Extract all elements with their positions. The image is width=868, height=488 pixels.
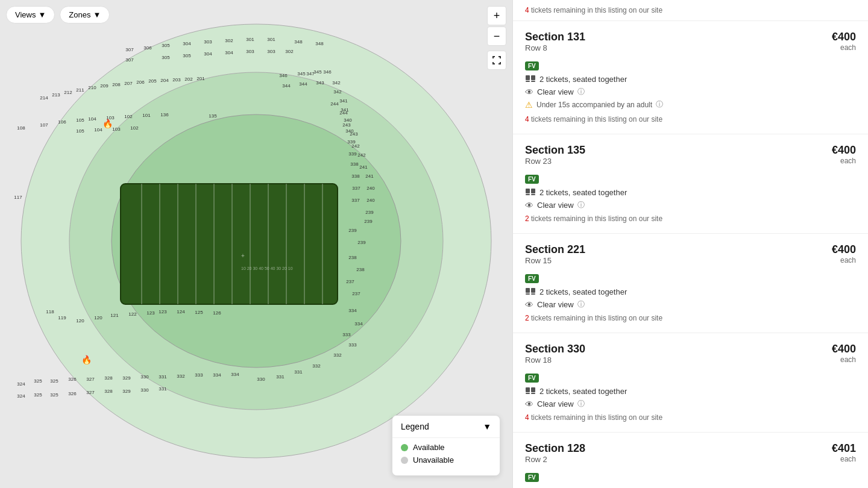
seat-icon <box>525 386 536 396</box>
top-remaining-count: 4 tickets remaining in this listing on o… <box>525 6 662 14</box>
info-icon[interactable]: ⓘ <box>577 87 585 97</box>
svg-text:343: 343 <box>316 80 324 86</box>
svg-text:117: 117 <box>14 195 22 200</box>
tickets-text: 2 tickets, seated together <box>539 387 627 396</box>
svg-text:213: 213 <box>52 92 60 98</box>
svg-text:103: 103 <box>112 127 121 132</box>
svg-rect-147 <box>531 75 535 80</box>
svg-text:333: 333 <box>348 342 357 348</box>
section-135-title: Section 135 <box>525 144 585 157</box>
listing-card-128: Section 128 Row 2 €401 each FV <box>513 433 868 488</box>
svg-text:344: 344 <box>282 83 291 89</box>
section-330-title: Section 330 <box>525 343 585 355</box>
svg-text:346: 346 <box>323 69 332 75</box>
price-amount: €401 <box>832 442 856 454</box>
eye-icon: 👁 <box>525 399 533 409</box>
svg-text:330: 330 <box>140 374 149 380</box>
each-label: each <box>832 455 856 463</box>
svg-text:244: 244 <box>330 101 339 107</box>
zones-button[interactable]: Zones ▼ <box>60 6 110 23</box>
ticket-info-221: 2 tickets, seated together <box>525 287 856 297</box>
svg-text:119: 119 <box>58 315 66 321</box>
views-button[interactable]: Views ▼ <box>6 6 55 23</box>
svg-rect-155 <box>531 288 535 293</box>
listing-header-131: Section 131 Row 8 €400 each <box>525 31 856 57</box>
remaining-330: 4 tickets remaining in this listing on o… <box>525 411 856 422</box>
fv-badge: FV <box>525 274 539 283</box>
info-icon[interactable]: ⓘ <box>577 299 585 310</box>
svg-text:204: 204 <box>160 78 169 83</box>
legend-title: Legend <box>401 422 429 431</box>
svg-text:125: 125 <box>195 310 203 315</box>
info-icon[interactable]: ⓘ <box>577 399 585 409</box>
svg-text:348: 348 <box>315 41 324 46</box>
listing-header-330: Section 330 Row 18 €400 each <box>525 343 856 369</box>
svg-rect-149 <box>531 81 535 82</box>
clear-view-text: Clear view <box>537 201 574 210</box>
price-amount: €400 <box>832 243 856 255</box>
svg-text:340: 340 <box>344 117 352 123</box>
remaining-count: 2 tickets remaining in this listing on o… <box>525 214 662 223</box>
svg-text:334: 334 <box>348 308 357 313</box>
ticket-info-330: 2 tickets, seated together <box>525 386 856 396</box>
svg-text:208: 208 <box>112 82 121 87</box>
svg-text:307: 307 <box>125 47 134 52</box>
section-131-title: Section 131 <box>525 31 585 43</box>
svg-text:106: 106 <box>58 119 66 125</box>
svg-text:325: 325 <box>50 392 58 398</box>
svg-text:102: 102 <box>130 125 139 131</box>
each-label: each <box>832 43 856 52</box>
views-chevron-icon: ▼ <box>38 10 46 19</box>
svg-text:123: 123 <box>146 310 155 316</box>
map-panel: Views ▼ Zones ▼ + − <box>0 0 512 488</box>
svg-text:212: 212 <box>64 90 72 95</box>
svg-text:341: 341 <box>341 107 349 113</box>
svg-text:333: 333 <box>195 372 203 378</box>
svg-text:237: 237 <box>352 291 360 296</box>
eye-icon: 👁 <box>525 300 533 310</box>
svg-text:344: 344 <box>299 81 307 87</box>
legend-available: Available <box>401 443 491 452</box>
info-icon[interactable]: ⓘ <box>577 200 585 210</box>
svg-text:305: 305 <box>162 55 170 60</box>
svg-text:329: 329 <box>122 375 131 381</box>
svg-rect-146 <box>526 75 530 80</box>
info-icon-2[interactable]: ⓘ <box>656 99 663 110</box>
remaining-count: 4 tickets remaining in this listing on o… <box>525 115 662 124</box>
svg-text:211: 211 <box>76 87 84 93</box>
tickets-text: 2 tickets, seated together <box>539 75 627 84</box>
warning-row-131: ⚠ Under 15s accompanied by an adult ⓘ <box>525 99 856 110</box>
section-128-price: €401 each <box>832 442 856 463</box>
svg-text:325: 325 <box>34 392 42 398</box>
map-controls: Views ▼ Zones ▼ <box>6 6 110 23</box>
each-label: each <box>832 355 856 364</box>
svg-text:214: 214 <box>40 95 48 101</box>
svg-text:339: 339 <box>347 139 356 145</box>
section-128-title: Section 128 <box>525 442 585 455</box>
fullscreen-button[interactable] <box>487 51 506 70</box>
svg-text:301: 301 <box>267 37 275 42</box>
zoom-out-button[interactable]: − <box>487 27 506 46</box>
legend-panel: Legend ▼ Available Unavailable <box>392 415 500 476</box>
svg-text:242: 242 <box>357 152 366 158</box>
remaining-131: 4 tickets remaining in this listing on o… <box>525 113 856 124</box>
remaining-count: 4 tickets remaining in this listing on o… <box>525 413 662 422</box>
svg-text:305: 305 <box>162 43 170 48</box>
svg-text:10  20  30  40  50  40  30  20: 10 20 30 40 50 40 30 20 10 <box>241 266 293 271</box>
svg-text:330: 330 <box>140 387 149 393</box>
unavailable-label: Unavailable <box>413 455 454 465</box>
svg-text:239: 239 <box>365 210 374 215</box>
section-131-price: €400 each <box>832 31 856 52</box>
fv-badge: FV <box>525 473 539 482</box>
svg-text:205: 205 <box>148 78 157 84</box>
svg-rect-161 <box>531 393 535 394</box>
svg-text:328: 328 <box>104 375 113 381</box>
svg-text:334: 334 <box>231 372 239 377</box>
svg-text:124: 124 <box>177 309 185 314</box>
svg-rect-153 <box>531 194 535 195</box>
svg-text:120: 120 <box>76 318 84 324</box>
seat-icon <box>525 187 536 198</box>
legend-toggle[interactable]: Legend ▼ <box>392 416 500 437</box>
svg-text:126: 126 <box>213 310 221 316</box>
zoom-in-button[interactable]: + <box>487 6 506 25</box>
